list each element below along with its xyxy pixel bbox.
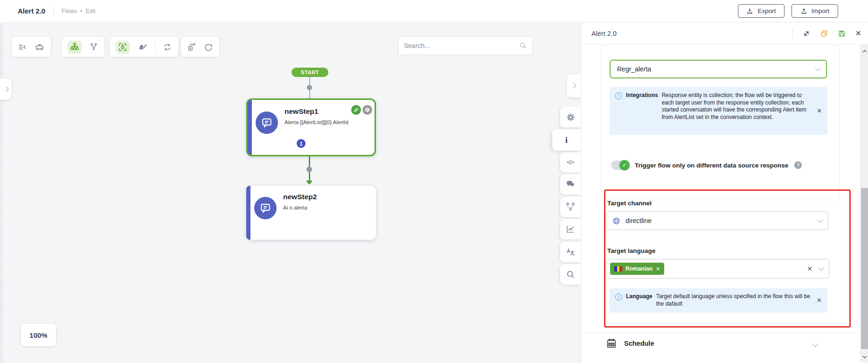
tree-view-icon[interactable]	[68, 41, 82, 54]
note-label: Integrations	[626, 92, 658, 130]
close-icon[interactable]: ✕	[817, 107, 822, 115]
node-title: newStep1	[285, 107, 318, 116]
globe-icon	[612, 216, 621, 225]
clear-icon[interactable]: ✕	[807, 265, 812, 272]
page-title: Alert 2.0	[18, 7, 45, 15]
flow-canvas[interactable]: START newStep1 Alerta [[AlertList]][0].A…	[0, 23, 581, 363]
chevron-down-icon[interactable]	[812, 341, 819, 347]
flow-node-newstep2[interactable]: newStep2 Ai o alerta	[246, 186, 376, 240]
search-input[interactable]	[404, 42, 519, 49]
rail-distribution-button[interactable]	[560, 196, 581, 217]
chevron-down-icon[interactable]	[818, 217, 823, 223]
node-accent-bar	[246, 186, 250, 240]
rail-translate-button[interactable]	[560, 242, 581, 262]
connector-dot[interactable]	[306, 167, 312, 172]
language-note: i Language Target default language unles…	[610, 288, 827, 313]
rail-info-button[interactable]: i	[552, 129, 581, 151]
save-icon[interactable]	[838, 29, 846, 38]
collapse-menu-icon[interactable]	[18, 42, 27, 52]
sync-icon[interactable]	[163, 42, 172, 52]
toolbar-group-panels	[12, 37, 51, 57]
chevron-down-icon[interactable]	[815, 66, 820, 71]
zoom-level-badge[interactable]: 100%	[21, 324, 56, 346]
scroll-up-icon[interactable]	[862, 47, 867, 55]
breadcrumb-separator: •	[80, 8, 82, 14]
message-step-icon	[254, 197, 277, 219]
target-language-label: Target language	[607, 247, 655, 254]
schedule-label: Schedule	[624, 340, 654, 347]
canvas-search	[398, 36, 533, 55]
language-tag-romanian[interactable]: Romanian ✕	[610, 263, 664, 275]
target-channel-value: directline	[625, 217, 652, 224]
arrowhead-icon	[306, 181, 312, 185]
topbar-actions: Export Import	[738, 4, 868, 18]
panel-body: i Integrations Response entity is collec…	[581, 45, 868, 363]
download-icon	[746, 7, 753, 14]
close-panel-icon[interactable]: ✕	[855, 30, 861, 37]
node-title: newStep2	[283, 193, 317, 201]
rail-chat-button[interactable]	[560, 174, 581, 195]
gear-badge[interactable]	[362, 105, 372, 115]
note-text: Target default language unless specified…	[656, 293, 810, 307]
target-language-select[interactable]: Romanian ✕ ✕	[606, 259, 829, 279]
node-subtitle: Alerta [[AlertList]][0].AlertId	[285, 119, 348, 125]
panel-header: Alert 2.0 ✕	[581, 22, 868, 45]
connector-dot[interactable]	[307, 85, 312, 90]
integrations-note: i Integrations Response entity is collec…	[610, 87, 827, 135]
trigger-toggle-row: ✓ Trigger flow only on different data so…	[611, 161, 802, 170]
code-icon: </>	[567, 159, 574, 166]
panel-scrollbar[interactable]	[861, 45, 868, 363]
copy-icon[interactable]	[820, 29, 828, 38]
properties-panel: Alert 2.0 ✕ i Integrations Response enti…	[581, 22, 868, 363]
message-step-icon	[256, 112, 278, 134]
upload-icon	[800, 7, 807, 14]
rail-settings-button[interactable]	[560, 107, 581, 127]
breadcrumb: Flows • Edit	[62, 8, 96, 14]
breadcrumb-flows[interactable]: Flows	[62, 8, 77, 14]
target-channel-label: Target channel	[607, 200, 652, 207]
schedule-section-header[interactable]: Schedule	[606, 338, 654, 349]
romania-flag-icon	[614, 266, 622, 272]
rail-search-button[interactable]	[560, 264, 581, 285]
toggle-check-icon: ✓	[619, 160, 630, 170]
info-icon: i	[565, 135, 568, 145]
redo-icon[interactable]	[204, 42, 213, 52]
scan-bot-icon[interactable]	[116, 41, 130, 54]
help-icon[interactable]: ?	[794, 161, 802, 169]
chevron-down-icon[interactable]	[819, 265, 824, 271]
flow-name-select[interactable]	[610, 60, 827, 78]
remove-tag-icon[interactable]: ✕	[656, 266, 660, 272]
note-text: Response entity is collection; the flow …	[662, 92, 810, 130]
import-button[interactable]: Import	[792, 4, 838, 18]
bot-edit-icon[interactable]	[137, 42, 147, 52]
expand-panel-icon[interactable]	[802, 29, 811, 38]
rail-analytics-button[interactable]	[560, 219, 581, 239]
chevron-right-icon	[3, 86, 8, 91]
trigger-toggle[interactable]: ✓	[611, 161, 629, 170]
scroll-down-icon[interactable]	[862, 352, 867, 361]
note-label: Language	[626, 293, 653, 307]
scrollbar-thumb[interactable]	[861, 188, 868, 349]
left-panel-expand-tab[interactable]	[0, 78, 12, 100]
toolbar-separator	[155, 42, 155, 52]
export-button[interactable]: Export	[738, 4, 785, 18]
link-badge[interactable]	[351, 105, 361, 115]
cloud-network-icon[interactable]	[35, 42, 45, 52]
flow-start-node[interactable]: START	[292, 68, 328, 77]
search-icon	[519, 42, 527, 49]
connection-count-badge[interactable]: 1	[297, 139, 306, 148]
import-label: Import	[812, 7, 829, 14]
close-icon[interactable]: ✕	[817, 297, 822, 304]
flow-name-input[interactable]	[617, 65, 816, 73]
node-accent-bar	[248, 100, 252, 155]
branch-view-icon[interactable]	[89, 42, 98, 52]
new-flow-step-icon[interactable]	[187, 42, 196, 52]
flow-node-newstep1[interactable]: newStep1 Alerta [[AlertList]][0].AlertId…	[246, 98, 376, 156]
target-channel-select[interactable]: directline	[606, 211, 828, 230]
node-subtitle: Ai o alerta	[283, 205, 307, 210]
calendar-icon	[606, 338, 617, 349]
panel-title: Alert 2.0	[591, 30, 617, 37]
info-circle-icon: i	[615, 293, 622, 300]
rail-code-button[interactable]: </>	[560, 152, 581, 173]
right-panel-expand-tab[interactable]	[567, 74, 581, 98]
